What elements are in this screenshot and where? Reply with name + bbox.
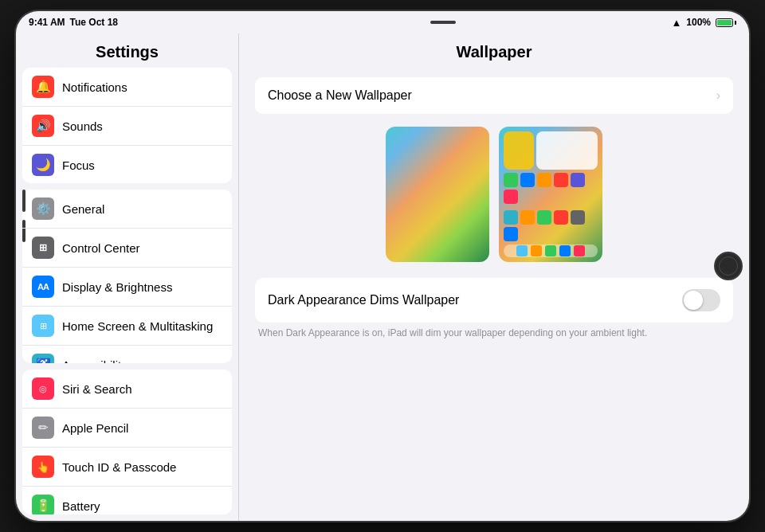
hs-icon	[554, 173, 568, 187]
hs-icon	[520, 173, 535, 187]
toggle-knob	[684, 291, 703, 310]
sidebar-item-touch-id[interactable]: 👆 Touch ID & Passcode	[22, 448, 232, 487]
notifications-icon: 🔔	[32, 76, 54, 98]
siri-icon: ◎	[32, 377, 54, 400]
sidebar-item-focus[interactable]: 🌙 Focus	[22, 146, 232, 183]
dark-appearance-description: When Dark Appearance is on, iPad will di…	[255, 327, 733, 338]
battery-settings-icon: 🔋	[32, 495, 54, 514]
choose-wallpaper-row[interactable]: Choose a New Wallpaper ›	[255, 77, 733, 114]
status-bar-right: ▲ 100%	[671, 17, 736, 29]
dark-appearance-label: Dark Appearance Dims Wallpaper	[268, 293, 459, 307]
notifications-label: Notifications	[62, 80, 222, 94]
status-bar: 9:41 AM Tue Oct 18 ▲ 100%	[16, 11, 749, 33]
pencil-icon: ✏	[32, 417, 54, 439]
general-icon: ⚙️	[32, 198, 54, 220]
power-button[interactable]	[430, 21, 456, 24]
home-screen-label: Home Screen & Multitasking	[62, 319, 222, 333]
hs-icon	[504, 210, 518, 225]
battery-fill	[717, 20, 732, 25]
pencil-label: Apple Pencil	[62, 421, 222, 435]
hs-icon	[537, 173, 551, 187]
battery-icon	[716, 18, 736, 27]
status-bar-left: 9:41 AM Tue Oct 18	[29, 17, 118, 28]
hs-dock	[504, 244, 598, 257]
home-screen-icon: ⊞	[32, 315, 54, 337]
sidebar-item-apple-pencil[interactable]: ✏ Apple Pencil	[22, 409, 232, 448]
settings-group-3: ◎ Siri & Search ✏ Apple Pencil 👆 Touch I…	[22, 370, 232, 514]
sidebar-item-notifications[interactable]: 🔔 Notifications	[22, 68, 232, 107]
status-date: Tue Oct 18	[70, 17, 118, 28]
hs-dock-icon	[559, 245, 571, 256]
settings-group-1: 🔔 Notifications 🔊 Sounds 🌙 Focus ⏱ Scree…	[22, 68, 232, 183]
hs-dock-icon	[545, 245, 556, 256]
sounds-icon: 🔊	[32, 115, 54, 137]
sounds-label: Sounds	[62, 119, 222, 133]
hs-dock-icon	[531, 245, 542, 256]
battery-tip	[735, 21, 736, 25]
homescreen-overlay	[499, 127, 602, 262]
hs-icon	[504, 173, 518, 187]
choose-wallpaper-label: Choose a New Wallpaper	[268, 88, 412, 103]
sidebar-item-display-brightness[interactable]: AA Display & Brightness	[22, 268, 232, 307]
hs-icons-row-2	[504, 210, 598, 241]
hs-widgets	[504, 131, 598, 170]
display-label: Display & Brightness	[62, 280, 222, 294]
ipad-frame: 9:41 AM Tue Oct 18 ▲ 100% Settings	[16, 11, 749, 521]
general-label: General	[62, 202, 222, 216]
accessibility-label: Accessibility	[62, 358, 222, 364]
right-panel: Wallpaper Choose a New Wallpaper ›	[239, 33, 749, 521]
hs-widget-1	[504, 131, 534, 170]
accessibility-icon: ♿	[32, 354, 54, 363]
sidebar-title: Settings	[16, 33, 238, 68]
battery-body	[716, 18, 733, 27]
touch-id-icon: 👆	[32, 456, 54, 478]
hs-icon	[554, 210, 568, 225]
siri-label: Siri & Search	[62, 382, 222, 396]
battery-percent: 100%	[686, 17, 711, 28]
wallpaper-thumb-home[interactable]	[499, 127, 602, 262]
hs-icons-row-1	[504, 173, 598, 204]
panel-title: Wallpaper	[239, 33, 749, 71]
panel-content: Choose a New Wallpaper ›	[239, 71, 749, 345]
sidebar-item-control-center[interactable]: ⊞ Control Center	[22, 229, 232, 268]
wallpaper-preview	[255, 127, 733, 262]
hs-widget-2	[536, 131, 598, 170]
wallpaper-thumb-lock[interactable]	[386, 127, 489, 262]
sidebar-item-sounds[interactable]: 🔊 Sounds	[22, 107, 232, 146]
focus-icon: 🌙	[32, 154, 54, 176]
chevron-right-icon: ›	[716, 88, 720, 103]
sidebar-item-siri-search[interactable]: ◎ Siri & Search	[22, 370, 232, 409]
sidebar: Settings 🔔 Notifications 🔊 Sounds 🌙 Focu…	[16, 33, 239, 521]
settings-group-2: ⚙️ General ⊞ Control Center AA Display &…	[22, 190, 232, 363]
sidebar-item-general[interactable]: ⚙️ General	[22, 190, 232, 229]
status-time: 9:41 AM	[29, 17, 65, 28]
touch-id-label: Touch ID & Passcode	[62, 460, 222, 474]
hs-icon	[520, 210, 535, 225]
control-center-label: Control Center	[62, 241, 222, 255]
dark-appearance-row: Dark Appearance Dims Wallpaper	[255, 278, 733, 323]
wifi-icon: ▲	[671, 17, 681, 29]
dark-appearance-toggle[interactable]	[682, 289, 720, 311]
hs-icon	[571, 173, 585, 187]
battery-label: Battery	[62, 499, 222, 513]
wallpaper-gradient	[386, 127, 489, 262]
focus-label: Focus	[62, 158, 222, 172]
hs-dock-icon	[516, 245, 528, 256]
hs-icon	[504, 190, 518, 204]
hs-icon	[571, 210, 585, 225]
display-icon: AA	[32, 276, 54, 298]
home-button[interactable]	[714, 252, 743, 280]
hs-icon	[504, 227, 518, 241]
hs-icon	[537, 210, 551, 225]
wallpaper-homescreen-bg	[499, 127, 602, 262]
sidebar-item-battery[interactable]: 🔋 Battery	[22, 487, 232, 514]
main-content: Settings 🔔 Notifications 🔊 Sounds 🌙 Focu…	[16, 33, 749, 521]
sidebar-item-accessibility[interactable]: ♿ Accessibility	[22, 346, 232, 363]
hs-dock-icon	[574, 245, 585, 256]
home-button-inner	[719, 256, 738, 276]
sidebar-item-home-screen[interactable]: ⊞ Home Screen & Multitasking	[22, 307, 232, 346]
control-center-icon: ⊞	[32, 237, 54, 259]
